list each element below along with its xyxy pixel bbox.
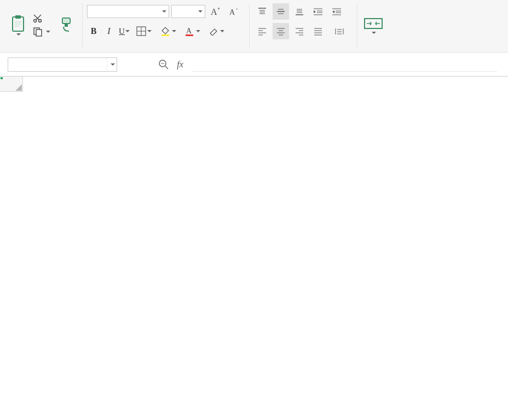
paintbrush-icon	[59, 17, 73, 32]
align-left-icon	[257, 27, 267, 36]
svg-text:+: +	[217, 6, 220, 11]
chevron-down-icon	[46, 31, 50, 33]
font-size-combo[interactable]	[171, 5, 205, 18]
align-right-icon	[295, 27, 304, 36]
align-bottom-button[interactable]	[291, 3, 308, 20]
ribbon-group-font: A+ A- B I U	[83, 3, 250, 48]
align-right-button[interactable]	[291, 23, 308, 39]
svg-rect-19	[161, 34, 169, 36]
font-color-icon: A	[184, 26, 195, 36]
font-increase-icon: A+	[210, 6, 222, 17]
underline-button[interactable]: U	[118, 23, 131, 39]
magnifier-icon	[158, 59, 169, 70]
merge-center-button[interactable]	[362, 3, 385, 47]
borders-icon	[136, 26, 146, 36]
svg-rect-8	[36, 30, 42, 36]
fx-icon: fx	[177, 60, 183, 69]
name-box[interactable]	[8, 57, 117, 72]
svg-rect-11	[65, 24, 68, 27]
bold-button[interactable]: B	[87, 23, 100, 39]
align-left-button[interactable]	[254, 23, 270, 39]
italic-button[interactable]: I	[102, 23, 116, 39]
svg-rect-21	[186, 34, 193, 36]
align-center-button[interactable]	[273, 23, 289, 39]
decrease-font-button[interactable]: A-	[226, 3, 243, 20]
scissors-icon	[33, 14, 43, 24]
decrease-indent-button[interactable]	[328, 3, 345, 20]
eraser-icon	[208, 27, 219, 36]
align-top-icon	[257, 7, 267, 16]
bold-icon: B	[91, 26, 97, 36]
chevron-down-icon	[16, 33, 21, 36]
distribute-icon	[334, 27, 344, 36]
align-center-icon	[276, 27, 286, 36]
formula-input[interactable]	[193, 57, 497, 72]
fx-button[interactable]: fx	[172, 57, 188, 72]
chevron-down-icon	[196, 30, 200, 32]
svg-text:A: A	[211, 7, 217, 16]
eraser-button[interactable]	[205, 23, 227, 39]
increase-font-button[interactable]: A+	[207, 3, 224, 20]
font-family-combo[interactable]	[87, 5, 169, 18]
font-color-button[interactable]: A	[181, 23, 203, 39]
svg-line-64	[165, 66, 168, 69]
select-all-corner[interactable]	[0, 77, 23, 92]
name-box-dropdown[interactable]	[107, 58, 117, 71]
fill-color-button[interactable]	[157, 23, 179, 39]
svg-rect-3	[15, 24, 21, 25]
chevron-down-icon	[162, 10, 166, 13]
fill-bucket-icon	[160, 26, 171, 36]
ribbon-group-merge	[357, 3, 389, 48]
align-bottom-icon	[295, 7, 304, 16]
fill-handle[interactable]	[0, 77, 3, 80]
svg-text:A: A	[229, 8, 235, 16]
italic-icon: I	[107, 26, 110, 36]
increase-indent-button[interactable]	[310, 3, 326, 20]
chevron-down-icon	[372, 32, 376, 34]
svg-text:A: A	[186, 27, 192, 35]
paste-button[interactable]	[7, 3, 30, 47]
align-top-button[interactable]	[254, 3, 270, 20]
chevron-down-icon	[220, 30, 224, 32]
distribute-button[interactable]	[328, 23, 350, 39]
svg-point-6	[39, 20, 42, 22]
chevron-down-icon	[111, 63, 115, 66]
zoom-button[interactable]	[155, 57, 172, 72]
align-middle-icon	[276, 7, 286, 16]
ribbon-toolbar: A+ A- B I U	[0, 0, 508, 52]
cut-button[interactable]	[32, 12, 51, 25]
chevron-down-icon	[147, 30, 152, 32]
merge-cells-icon	[363, 16, 383, 31]
copy-button[interactable]	[32, 25, 51, 38]
svg-rect-2	[15, 21, 21, 22]
svg-rect-10	[64, 19, 69, 22]
underline-icon: U	[119, 27, 125, 36]
font-decrease-icon: A-	[228, 6, 240, 17]
copy-icon	[33, 27, 43, 37]
chevron-down-icon	[172, 30, 176, 32]
chevron-down-icon	[125, 30, 130, 32]
svg-rect-1	[15, 15, 21, 19]
align-justify-button[interactable]	[310, 23, 326, 39]
borders-button[interactable]	[133, 23, 155, 39]
indent-decrease-icon	[331, 7, 342, 16]
ribbon-group-clipboard	[2, 3, 83, 48]
formula-bar: fx	[0, 52, 508, 77]
clipboard-icon	[10, 15, 26, 32]
svg-point-5	[34, 20, 37, 22]
ribbon-group-align	[250, 3, 357, 48]
align-middle-button[interactable]	[273, 3, 289, 20]
align-justify-icon	[313, 27, 323, 36]
svg-rect-4	[15, 26, 19, 27]
svg-text:-: -	[236, 6, 238, 11]
chevron-down-icon	[198, 10, 203, 13]
format-painter-button[interactable]	[55, 3, 78, 47]
indent-increase-icon	[313, 7, 324, 16]
